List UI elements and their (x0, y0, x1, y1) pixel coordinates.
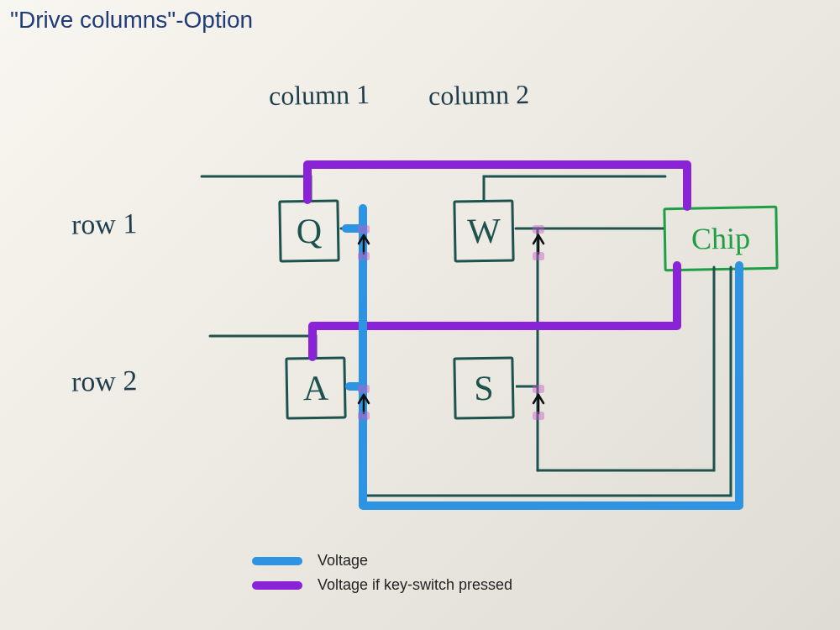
diode-pad (358, 225, 370, 234)
diode-pad (533, 252, 544, 260)
key-switch-q: Q (278, 199, 339, 262)
legend-row-voltage: Voltage (252, 552, 512, 570)
legend-row-voltage-pressed: Voltage if key-switch pressed (252, 576, 512, 594)
row-2-label: row 2 (71, 365, 138, 397)
key-switch-w: W (453, 199, 514, 262)
row-1-label: row 1 (71, 207, 138, 240)
column-1-label: column 1 (269, 79, 370, 112)
wire-voltage-pressed-row2 (312, 265, 677, 357)
key-switch-s: S (453, 356, 514, 419)
wiring-diagram (0, 0, 840, 630)
legend: Voltage Voltage if key-switch pressed (252, 552, 512, 601)
legend-label-voltage: Voltage (318, 552, 368, 570)
diode-pad (358, 385, 370, 393)
page-title: "Drive columns"-Option (10, 7, 253, 34)
diode-pad (358, 412, 370, 420)
column-2-label: column 2 (428, 79, 530, 112)
key-switch-a: A (285, 356, 346, 419)
legend-swatch-voltage-pressed (252, 581, 302, 590)
chip: Chip (663, 206, 778, 271)
diode-pad (533, 412, 544, 420)
diode-pad (533, 225, 544, 234)
legend-swatch-voltage (252, 557, 302, 565)
diode-pad (358, 252, 370, 260)
diode-pad (533, 385, 544, 393)
legend-label-voltage-pressed: Voltage if key-switch pressed (318, 576, 512, 594)
